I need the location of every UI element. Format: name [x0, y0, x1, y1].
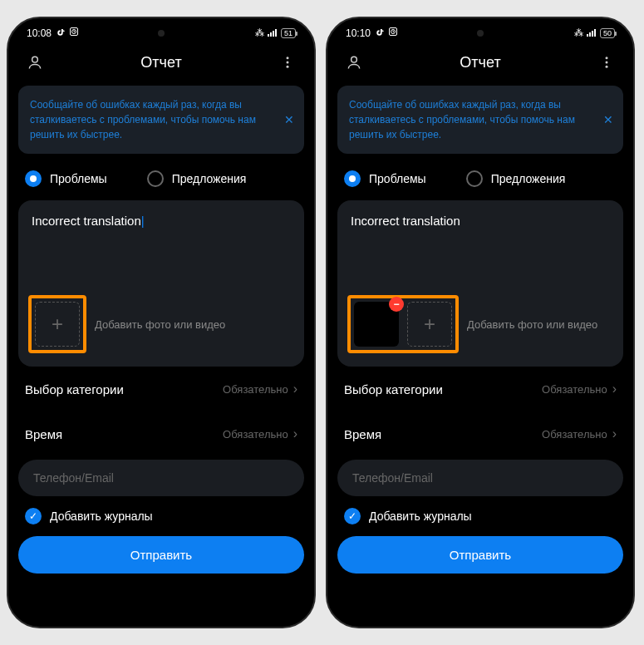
status-time: 10:08 [27, 27, 52, 39]
camera-notch [477, 30, 484, 37]
description-card: Incorrect translation| + Добавить фото и… [18, 200, 304, 367]
radio-label: Проблемы [369, 172, 426, 185]
category-row[interactable]: Выбор категории Обязательно› [18, 367, 304, 411]
profile-icon[interactable] [344, 52, 364, 72]
radio-label: Проблемы [50, 172, 107, 185]
chevron-right-icon: › [293, 382, 297, 396]
clock-box-icon [388, 27, 398, 39]
radio-label: Предложения [172, 172, 247, 185]
radio-group: Проблемы Предложения [18, 154, 304, 200]
radio-icon-checked [25, 170, 42, 187]
bluetooth-icon: ⁂ [255, 27, 264, 38]
bluetooth-icon: ⁂ [574, 27, 583, 38]
category-hint: Обязательно [542, 383, 607, 396]
battery-icon: 51 [281, 28, 296, 38]
description-input[interactable]: Incorrect translation| [32, 214, 291, 288]
category-label: Выбор категории [344, 382, 443, 396]
svg-point-16 [351, 57, 357, 62]
svg-rect-2 [268, 34, 269, 37]
info-banner: Сообщайте об ошибках каждый раз, когда в… [18, 86, 304, 154]
add-logs-checkbox[interactable]: ✓ Добавить журналы [337, 496, 623, 533]
media-row: + Добавить фото или видео [32, 295, 291, 353]
submit-button[interactable]: Отправить [337, 536, 623, 574]
radio-group: Проблемы Предложения [337, 154, 623, 200]
app-bar: Отчет [8, 42, 314, 86]
page-title: Отчет [460, 54, 500, 71]
add-logs-checkbox[interactable]: ✓ Добавить журналы [18, 496, 304, 533]
signal-icon [587, 28, 597, 38]
radio-problems[interactable]: Проблемы [344, 170, 426, 187]
highlight-box: − + [347, 295, 459, 353]
svg-point-8 [287, 62, 289, 64]
radio-icon-unchecked [147, 170, 164, 187]
info-banner-text: Сообщайте об ошибках каждый раз, когда в… [349, 99, 575, 140]
svg-point-17 [606, 57, 608, 59]
tiktok-icon [375, 28, 384, 37]
radio-icon-unchecked [466, 170, 483, 187]
svg-point-7 [287, 57, 289, 59]
add-media-button[interactable]: + [407, 302, 452, 347]
radio-suggestions[interactable]: Предложения [147, 170, 247, 187]
media-label: Добавить фото или видео [467, 318, 597, 331]
chevron-right-icon: › [293, 426, 297, 441]
time-row[interactable]: Время Обязательно› [18, 411, 304, 456]
media-label: Добавить фото или видео [95, 318, 225, 331]
radio-suggestions[interactable]: Предложения [466, 170, 566, 187]
media-attachment[interactable]: − [354, 302, 399, 347]
battery-icon: 50 [600, 28, 615, 38]
info-banner: Сообщайте об ошибках каждый раз, когда в… [337, 86, 623, 154]
page-title: Отчет [140, 54, 181, 71]
highlight-box: + [28, 295, 86, 353]
media-row: − + Добавить фото или видео [351, 295, 610, 353]
app-bar: Отчет [327, 42, 633, 86]
tiktok-icon [56, 28, 65, 37]
time-label: Время [344, 427, 381, 441]
contact-input[interactable]: Телефон/Email [337, 460, 623, 496]
time-label: Время [25, 427, 62, 441]
category-label: Выбор категории [25, 382, 124, 396]
radio-label: Предложения [491, 172, 566, 185]
svg-rect-5 [275, 29, 277, 37]
phone-frame-left: 10:08 ⁂ 51 Отчет Сообщайте об ошибках ка… [7, 17, 316, 628]
time-hint: Обязательно [223, 428, 288, 441]
add-logs-label: Добавить журналы [369, 510, 472, 523]
svg-rect-14 [592, 31, 593, 37]
svg-point-9 [287, 66, 289, 68]
svg-point-18 [606, 62, 608, 64]
time-row[interactable]: Время Обязательно› [337, 411, 623, 456]
svg-point-19 [606, 66, 608, 68]
more-icon[interactable] [278, 52, 297, 72]
check-icon: ✓ [25, 508, 42, 524]
clock-box-icon [69, 27, 79, 39]
radio-problems[interactable]: Проблемы [25, 170, 107, 187]
contact-input[interactable]: Телефон/Email [18, 460, 304, 496]
svg-rect-4 [273, 31, 274, 37]
profile-icon[interactable] [25, 52, 45, 72]
status-time: 10:10 [346, 27, 371, 39]
chevron-right-icon: › [612, 382, 617, 396]
svg-rect-13 [589, 32, 591, 37]
svg-rect-15 [594, 29, 596, 37]
svg-rect-3 [270, 32, 272, 37]
category-hint: Обязательно [223, 383, 288, 396]
phone-frame-right: 10:10 ⁂ 50 Отчет Сообщайте об ошибках ка… [326, 17, 635, 628]
svg-rect-12 [587, 34, 588, 37]
description-card: Incorrect translation − + Добавить фото … [337, 200, 623, 367]
more-icon[interactable] [597, 52, 617, 72]
radio-icon-checked [344, 170, 361, 187]
info-banner-text: Сообщайте об ошибках каждый раз, когда в… [30, 99, 256, 140]
svg-point-6 [32, 57, 38, 62]
chevron-right-icon: › [612, 426, 617, 441]
add-media-button[interactable]: + [35, 302, 80, 347]
time-hint: Обязательно [542, 428, 607, 441]
text-cursor: | [141, 214, 145, 228]
camera-notch [158, 30, 165, 37]
signal-icon [268, 28, 278, 38]
close-icon[interactable]: ✕ [284, 111, 294, 129]
close-icon[interactable]: ✕ [603, 111, 613, 129]
remove-attachment-icon[interactable]: − [389, 297, 404, 312]
add-logs-label: Добавить журналы [50, 510, 153, 523]
category-row[interactable]: Выбор категории Обязательно› [337, 367, 623, 411]
submit-button[interactable]: Отправить [18, 536, 304, 574]
description-input[interactable]: Incorrect translation [351, 214, 610, 288]
